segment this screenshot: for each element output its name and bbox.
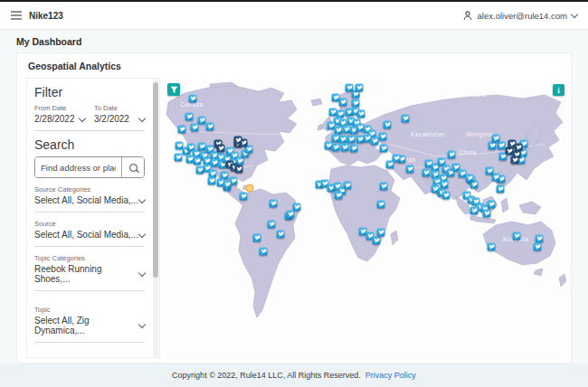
tweet-marker[interactable]: [488, 243, 496, 251]
geospatial-map[interactable]: CanadaRussiaKazakhstanMongoliaChinaIranA…: [165, 80, 566, 361]
tweet-marker[interactable]: [178, 126, 186, 134]
tweet-marker[interactable]: [492, 135, 500, 143]
tweet-marker[interactable]: [253, 234, 261, 242]
user-menu[interactable]: alex.oliver@rule14.com: [462, 10, 577, 21]
search-icon: [129, 164, 138, 172]
tweet-marker[interactable]: [384, 121, 392, 129]
hamburger-menu-icon[interactable]: [11, 11, 22, 20]
tweet-marker[interactable]: [339, 99, 347, 107]
tweet-marker[interactable]: [341, 144, 349, 152]
tweet-marker[interactable]: [339, 136, 347, 144]
tweet-marker[interactable]: [466, 175, 474, 183]
map-info-button[interactable]: i: [553, 84, 564, 96]
tweet-marker[interactable]: [198, 143, 206, 151]
tweet-marker[interactable]: [422, 169, 431, 177]
tweet-marker-dark[interactable]: [235, 165, 243, 174]
tweet-marker[interactable]: [497, 185, 505, 194]
twitter-bird-icon: [492, 174, 499, 181]
tweet-marker[interactable]: [175, 154, 183, 162]
tweet-marker[interactable]: [432, 185, 440, 194]
tweet-marker[interactable]: [402, 115, 410, 123]
search-input[interactable]: [35, 157, 121, 177]
tweet-marker-dark[interactable]: [217, 145, 225, 153]
tweet-marker[interactable]: [371, 137, 379, 146]
tweet-marker[interactable]: [191, 124, 199, 132]
tweet-marker[interactable]: [350, 145, 358, 153]
tweet-marker[interactable]: [189, 95, 197, 103]
tweet-marker[interactable]: [206, 123, 214, 131]
highlighted-marker[interactable]: [246, 184, 254, 193]
tweet-marker[interactable]: [442, 192, 450, 200]
tweet-marker[interactable]: [335, 192, 343, 200]
breadcrumb[interactable]: My Dashboard: [16, 36, 81, 47]
panel-scrollbar-thumb[interactable]: [153, 82, 158, 278]
tweet-marker[interactable]: [357, 110, 365, 118]
topic-categories-select[interactable]: Reebok Running Shoes,...: [34, 264, 145, 284]
twitter-bird-icon: [352, 99, 359, 107]
tweet-marker[interactable]: [208, 177, 216, 185]
tweet-marker[interactable]: [223, 181, 232, 189]
from-date-select[interactable]: 2/28/2022: [34, 114, 85, 124]
tweet-marker[interactable]: [346, 84, 354, 92]
tweet-marker[interactable]: [287, 211, 295, 219]
privacy-policy-link[interactable]: Privacy Policy: [365, 371, 416, 380]
twitter-bird-icon: [441, 181, 448, 188]
tweet-marker[interactable]: [198, 117, 206, 125]
tweet-marker[interactable]: [380, 145, 388, 153]
source-categories-select[interactable]: Select All, Social Media,...: [34, 195, 145, 205]
source-categories-value: Select All, Social Media,...: [34, 195, 138, 205]
tweet-marker[interactable]: [335, 127, 343, 135]
chevron-down-icon: [138, 269, 146, 277]
tweet-marker[interactable]: [536, 235, 544, 243]
tweet-marker[interactable]: [534, 243, 542, 251]
tweet-marker[interactable]: [268, 221, 276, 229]
divider: [34, 130, 145, 131]
tweet-marker[interactable]: [332, 144, 340, 152]
to-date-select[interactable]: 3/2/2022: [94, 114, 145, 124]
tweet-marker[interactable]: [406, 165, 414, 174]
to-date-label: To Date: [94, 104, 145, 112]
tweet-marker[interactable]: [270, 200, 278, 208]
tweet-marker[interactable]: [498, 142, 506, 150]
tweet-marker[interactable]: [185, 113, 194, 121]
tweet-marker[interactable]: [211, 159, 219, 167]
tweet-marker[interactable]: [240, 193, 248, 201]
tweet-marker[interactable]: [260, 248, 268, 256]
tweet-marker[interactable]: [277, 231, 285, 239]
twitter-bird-icon: [402, 115, 409, 122]
tweet-marker-dark[interactable]: [234, 137, 242, 145]
tweet-marker[interactable]: [380, 183, 388, 191]
twitter-bird-icon: [470, 207, 478, 214]
topic-label: Topic: [34, 306, 145, 314]
tweet-marker[interactable]: [488, 201, 496, 209]
tweet-marker[interactable]: [356, 84, 364, 92]
tweet-marker[interactable]: [486, 167, 494, 175]
topic-value: Select All, Zig Dynamica,...: [34, 316, 139, 335]
tweet-marker[interactable]: [441, 181, 449, 189]
tweet-marker[interactable]: [373, 237, 381, 245]
tweet-marker[interactable]: [352, 99, 360, 108]
topic-select[interactable]: Select All, Zig Dynamica,...: [34, 316, 145, 335]
tweet-marker[interactable]: [379, 133, 387, 141]
panel-scrollbar-track[interactable]: [153, 80, 158, 356]
source-select[interactable]: Select All, Social Media,...: [34, 230, 145, 240]
twitter-bird-icon: [234, 137, 242, 144]
tweet-marker[interactable]: [386, 161, 394, 169]
tweet-marker[interactable]: [332, 94, 340, 102]
page-title: Geospatial Analytics: [28, 61, 121, 71]
tweet-marker[interactable]: [377, 201, 385, 209]
tweet-marker[interactable]: [448, 151, 456, 159]
tweet-marker[interactable]: [377, 229, 385, 237]
chevron-down-icon: [138, 230, 146, 237]
search-button[interactable]: [121, 157, 144, 177]
tweet-marker[interactable]: [513, 232, 521, 241]
twitter-bird-icon: [377, 229, 384, 236]
tweet-marker[interactable]: [488, 142, 497, 150]
tweet-marker[interactable]: [347, 136, 356, 144]
tweet-marker[interactable]: [470, 207, 479, 215]
tweet-marker-dark[interactable]: [511, 156, 519, 165]
tweet-marker[interactable]: [483, 210, 491, 218]
tweet-marker[interactable]: [344, 182, 352, 190]
map-filter-button[interactable]: [167, 83, 180, 96]
chevron-down-icon: [138, 321, 146, 328]
